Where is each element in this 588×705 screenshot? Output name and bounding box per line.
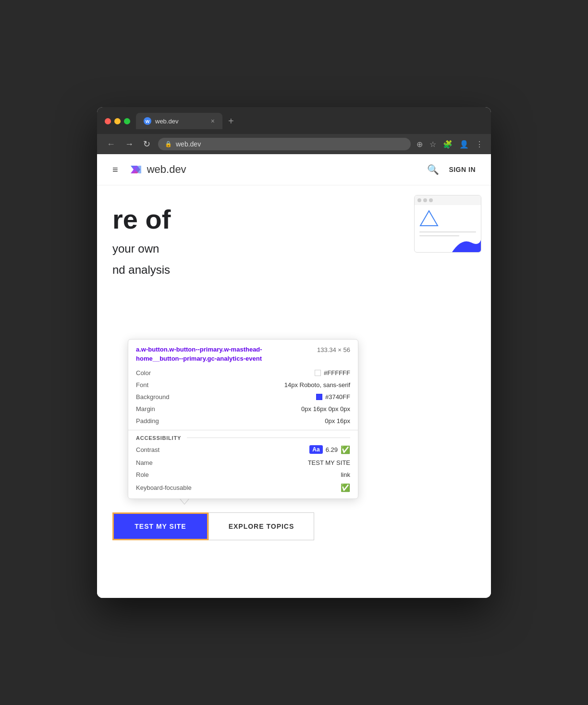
color-value: #FFFFFF — [315, 369, 350, 377]
role-value: link — [341, 471, 350, 478]
name-label: Name — [136, 459, 153, 466]
tab-bar: W web.dev × + — [136, 113, 483, 129]
close-traffic-light[interactable] — [105, 118, 111, 124]
contrast-label: Contrast — [136, 446, 159, 453]
hero-section: re of your own nd analysis — [97, 185, 491, 339]
color-swatch-blue — [316, 394, 322, 400]
inspector-dimensions: 133.34 × 56 — [317, 346, 350, 353]
back-button[interactable]: ← — [105, 139, 117, 149]
popup-arrow-down — [180, 499, 189, 505]
minimize-traffic-light[interactable] — [114, 118, 121, 124]
color-label: Color — [136, 369, 151, 377]
keyboard-check-icon: ✅ — [341, 483, 350, 492]
new-tab-button[interactable]: + — [228, 116, 234, 127]
role-label: Role — [136, 471, 149, 478]
margin-value: 0px 16px 0px 0px — [301, 405, 350, 413]
contrast-number: 6.29 — [326, 446, 338, 453]
maximize-traffic-light[interactable] — [124, 118, 130, 124]
address-bar[interactable]: 🔒 web.dev — [158, 138, 411, 150]
hero-text: re of — [112, 205, 171, 234]
forward-button[interactable]: → — [123, 139, 135, 149]
cta-area: TEST MY SITE EXPLORE TOPICS — [97, 505, 491, 559]
menu-icon[interactable]: ⋮ — [476, 140, 483, 149]
tab-title: web.dev — [155, 118, 207, 125]
font-value: 14px Roboto, sans-serif — [284, 381, 350, 389]
name-value: TEST MY SITE — [308, 459, 350, 466]
contrast-value: Aa 6.29 ✅ — [309, 445, 350, 454]
website-content: ≡ web.dev — [97, 154, 491, 597]
traffic-lights — [105, 118, 130, 124]
accessibility-header: ACCESSIBILITY — [128, 433, 358, 443]
address-text: web.dev — [176, 140, 201, 148]
site-header: ≡ web.dev — [97, 154, 491, 185]
bookmark-icon[interactable]: ☆ — [429, 140, 436, 149]
sign-in-button[interactable]: SIGN IN — [449, 166, 476, 173]
contrast-badge: Aa — [309, 445, 322, 454]
inspector-margin-row: Margin 0px 16px 0px 0px — [128, 403, 358, 415]
tab-close-button[interactable]: × — [211, 118, 215, 124]
browser-window: W web.dev × + ← → ↻ 🔒 web.dev ⊕ ☆ 🧩 👤 ⋮ — [97, 107, 491, 597]
hero-subtext-1: your own — [112, 242, 171, 255]
background-value: #3740FF — [316, 393, 350, 401]
contrast-check-icon: ✅ — [341, 445, 350, 454]
site-name: web.dev — [147, 163, 186, 176]
extensions-icon[interactable]: 🧩 — [443, 140, 453, 149]
search-button[interactable]: 🔍 — [427, 164, 439, 175]
accessibility-line — [187, 438, 350, 438]
zoom-icon[interactable]: ⊕ — [416, 140, 423, 149]
browser-mockup-illustration — [414, 195, 481, 253]
inspector-contrast-row: Contrast Aa 6.29 ✅ — [128, 443, 358, 457]
site-header-right: 🔍 SIGN IN — [427, 164, 476, 175]
lock-icon: 🔒 — [165, 141, 172, 147]
test-my-site-button[interactable]: TEST MY SITE — [112, 512, 208, 540]
bottom-spacer — [97, 559, 491, 598]
site-header-left: ≡ web.dev — [112, 162, 186, 177]
inspector-padding-row: Padding 0px 16px — [128, 415, 358, 427]
svg-marker-4 — [420, 211, 438, 226]
inspector-color-row: Color #FFFFFF — [128, 367, 358, 379]
hero-subtext-2: nd analysis — [112, 263, 171, 277]
inspector-header: a.w-button.w-button--primary.w-masthead-… — [128, 340, 358, 366]
hamburger-menu-icon[interactable]: ≡ — [112, 164, 118, 175]
margin-label: Margin — [136, 405, 155, 413]
explore-topics-button[interactable]: EXPLORE TOPICS — [208, 512, 314, 540]
browser-toolbar: ← → ↻ 🔒 web.dev ⊕ ☆ 🧩 👤 ⋮ — [97, 134, 491, 154]
profile-icon[interactable]: 👤 — [459, 140, 469, 149]
inspector-role-row: Role link — [128, 469, 358, 481]
toolbar-icons: ⊕ ☆ 🧩 👤 ⋮ — [416, 140, 483, 149]
background-hex: #3740FF — [325, 393, 350, 401]
background-label: Background — [136, 393, 169, 401]
popup-arrow-wrapper — [112, 499, 476, 505]
reload-button[interactable]: ↻ — [141, 139, 152, 149]
accessibility-label: ACCESSIBILITY — [136, 435, 181, 441]
inspector-selector: a.w-button.w-button--primary.w-masthead-… — [136, 345, 290, 363]
color-swatch-white — [315, 370, 321, 376]
inspector-container: a.w-button.w-button--primary.w-masthead-… — [97, 339, 491, 504]
inspector-popup: a.w-button.w-button--primary.w-masthead-… — [128, 339, 358, 498]
inspector-keyboard-row: Keyboard-focusable ✅ — [128, 481, 358, 495]
svg-text:W: W — [146, 119, 150, 124]
logo-chevron-icon — [128, 162, 143, 177]
font-label: Font — [136, 381, 148, 389]
site-logo: web.dev — [128, 162, 186, 177]
browser-titlebar: W web.dev × + — [97, 107, 491, 134]
padding-label: Padding — [136, 417, 159, 425]
mockup-titlebar — [415, 195, 481, 205]
keyboard-focusable-check-icon: ✅ — [341, 483, 350, 492]
tab-favicon: W — [144, 117, 151, 125]
padding-value: 0px 16px — [325, 417, 350, 425]
inspector-name-row: Name TEST MY SITE — [128, 457, 358, 469]
keyboard-label: Keyboard-focusable — [136, 484, 192, 491]
inspector-font-row: Font 14px Roboto, sans-serif — [128, 379, 358, 391]
inspector-divider — [128, 430, 358, 430]
inspector-background-row: Background #3740FF — [128, 391, 358, 403]
browser-tab[interactable]: W web.dev × — [136, 113, 222, 129]
color-hex: #FFFFFF — [324, 369, 350, 377]
